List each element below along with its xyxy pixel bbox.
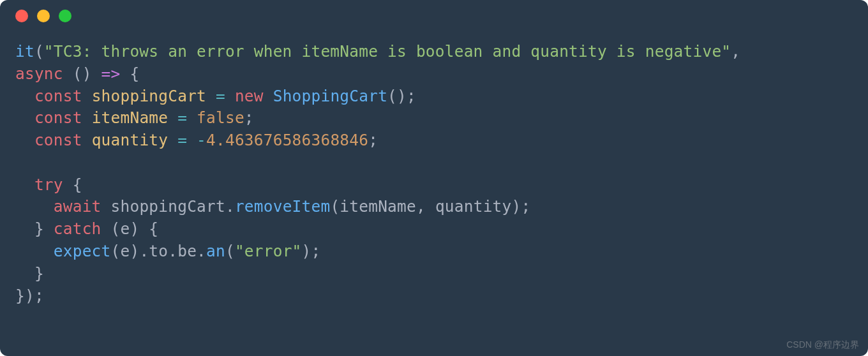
code-token: ;	[311, 242, 321, 260]
code-token: .	[225, 197, 235, 216]
code-token: (	[330, 197, 340, 216]
code-token: shoppingCart	[92, 87, 206, 105]
code-token: =	[177, 108, 187, 127]
code-token: }	[15, 286, 25, 305]
code-token: itemName	[92, 108, 168, 127]
code-token: -	[197, 131, 206, 149]
code-token: (	[111, 242, 121, 260]
code-token	[15, 242, 54, 260]
code-token: be	[177, 242, 197, 260]
code-token: {	[149, 219, 158, 238]
code-token	[15, 108, 34, 127]
code-token	[44, 219, 54, 238]
code-token	[264, 87, 273, 105]
code-token	[225, 87, 235, 105]
code-token: itemName	[340, 197, 416, 216]
code-token	[92, 64, 101, 83]
code-token: ;	[407, 87, 416, 105]
code-token: an	[206, 242, 225, 260]
code-token: expect	[54, 242, 111, 260]
code-token	[206, 87, 216, 105]
code-token: 4.463676586368846	[206, 131, 368, 149]
code-token	[139, 219, 149, 238]
code-token	[82, 131, 92, 149]
code-token: .	[139, 242, 149, 260]
code-token	[82, 87, 92, 105]
code-token	[15, 87, 34, 105]
code-token: shoppingCart	[111, 197, 225, 216]
code-token: ;	[34, 286, 44, 305]
code-token: try	[34, 175, 63, 194]
code-token: )	[25, 286, 34, 305]
code-window: it("TC3: throws an error when itemName i…	[0, 0, 868, 356]
code-token: =	[177, 131, 187, 149]
code-token: )	[511, 197, 521, 216]
close-icon[interactable]	[15, 10, 28, 22]
code-token	[168, 131, 177, 149]
code-token	[82, 108, 92, 127]
code-token: ;	[521, 197, 530, 216]
code-token	[15, 264, 34, 283]
code-token: {	[130, 64, 139, 83]
code-token: )	[130, 219, 139, 238]
code-token: .	[197, 242, 206, 260]
code-token: (	[225, 242, 235, 260]
code-token: ShoppingCart	[273, 87, 387, 105]
code-token	[168, 108, 177, 127]
code-token: catch	[54, 219, 101, 238]
code-token: ;	[368, 131, 378, 149]
code-token: (	[111, 219, 121, 238]
code-token: async	[15, 64, 63, 83]
code-token: ;	[244, 108, 254, 127]
code-token	[15, 175, 34, 194]
code-token	[63, 175, 73, 194]
code-token	[101, 219, 111, 238]
code-token	[187, 131, 197, 149]
code-token	[15, 219, 34, 238]
code-token: ,	[416, 197, 435, 216]
code-token: .	[168, 242, 177, 260]
code-token: false	[197, 108, 244, 127]
code-token: e	[120, 219, 130, 238]
code-token: to	[149, 242, 168, 260]
code-token: ()	[387, 87, 407, 105]
minimize-icon[interactable]	[37, 10, 50, 22]
code-token: =>	[101, 64, 121, 83]
code-token: quantity	[92, 131, 168, 149]
code-token: "error"	[235, 242, 302, 260]
code-token: quantity	[435, 197, 512, 216]
code-token	[101, 197, 111, 216]
code-token: }	[34, 264, 44, 283]
code-token: )	[130, 242, 139, 260]
code-token: it	[15, 42, 34, 61]
maximize-icon[interactable]	[59, 10, 71, 22]
watermark: CSDN @程序边界	[786, 339, 859, 351]
code-token	[120, 64, 130, 83]
code-token: const	[34, 108, 82, 127]
code-block: it("TC3: throws an error when itemName i…	[0, 32, 868, 322]
code-token: }	[34, 219, 44, 238]
code-token: {	[73, 175, 82, 194]
code-token	[187, 108, 197, 127]
code-token: ()	[73, 64, 92, 83]
code-token: await	[54, 197, 101, 216]
code-token: removeItem	[235, 197, 331, 216]
code-token: =	[216, 87, 225, 105]
code-token: new	[235, 87, 264, 105]
code-token	[15, 197, 54, 216]
code-token: (	[34, 42, 44, 61]
code-token	[15, 131, 34, 149]
code-token: e	[120, 242, 130, 260]
window-titlebar	[0, 0, 868, 32]
code-token: ,	[731, 42, 740, 61]
code-token: )	[302, 242, 311, 260]
code-token: const	[34, 87, 82, 105]
code-token: "TC3: throws an error when itemName is b…	[44, 42, 731, 61]
code-token: const	[34, 131, 82, 149]
code-token	[63, 64, 73, 83]
